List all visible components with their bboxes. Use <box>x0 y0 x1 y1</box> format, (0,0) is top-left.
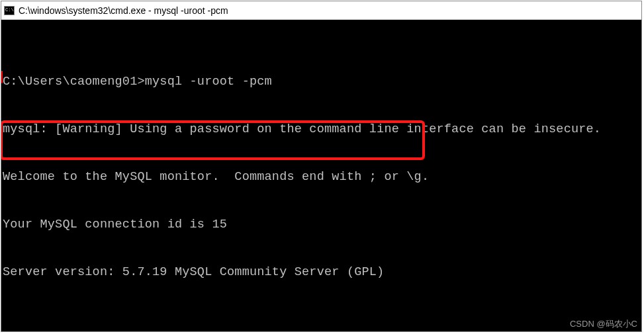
warning-line: mysql: [Warning] Using a password on the… <box>3 122 640 138</box>
cmd-icon <box>4 6 15 15</box>
prompt-line: C:\Users\caomeng01>mysql -uroot -pcm <box>3 74 640 90</box>
cmd-window: C:\windows\system32\cmd.exe - mysql -uro… <box>1 1 642 332</box>
terminal-content: C:\Users\caomeng01>mysql -uroot -pcm mys… <box>1 20 641 331</box>
titlebar[interactable]: C:\windows\system32\cmd.exe - mysql -uro… <box>1 1 641 20</box>
welcome-line: Welcome to the MySQL monitor. Commands e… <box>3 169 640 185</box>
red-marker <box>1 71 3 83</box>
connection-line: Your MySQL connection id is 15 <box>3 217 640 233</box>
window-title: C:\windows\system32\cmd.exe - mysql -uro… <box>19 5 228 16</box>
terminal-area[interactable]: C:\Users\caomeng01>mysql -uroot -pcm mys… <box>1 20 641 331</box>
blank-line <box>3 312 640 328</box>
server-version-line: Server version: 5.7.19 MySQL Community S… <box>3 265 640 280</box>
watermark: CSDN @码农小C <box>570 318 637 330</box>
